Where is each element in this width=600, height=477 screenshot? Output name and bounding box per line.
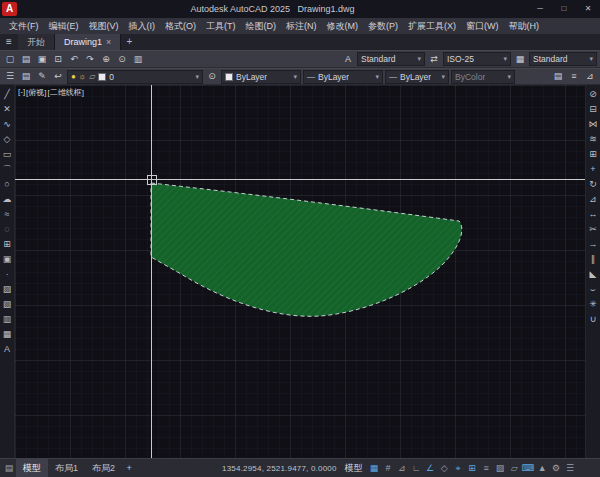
drawing-canvas[interactable]: [-] [俯视] [二维线框] — [15, 85, 585, 458]
gradient-icon[interactable]: ▧ — [1, 298, 13, 310]
menu-item[interactable]: 工具(T) — [201, 18, 241, 34]
selection-cycling-icon[interactable]: ▱ — [508, 461, 521, 475]
layer-freeze-icon[interactable]: ☼ — [79, 72, 86, 82]
layer-edit-icon[interactable]: ✎ — [35, 70, 49, 83]
autocad-logo-icon[interactable]: A — [2, 2, 17, 16]
menu-item[interactable]: 修改(M) — [322, 18, 364, 34]
properties-icon[interactable]: ▥ — [131, 53, 145, 66]
layer-previous-icon[interactable]: ↩ — [51, 70, 65, 83]
join-icon[interactable]: ∪ — [587, 313, 599, 325]
layout2-tab[interactable]: 布局2 — [85, 459, 122, 477]
chamfer-icon[interactable]: ◣ — [587, 268, 599, 280]
polyline-icon[interactable]: ∿ — [1, 118, 13, 130]
snap-icon[interactable]: # — [382, 461, 395, 475]
transparency-icon[interactable]: ▨ — [494, 461, 507, 475]
zoom-icon[interactable]: ⊙ — [115, 53, 129, 66]
menu-item[interactable]: 参数(P) — [363, 18, 403, 34]
point-icon[interactable]: ∙ — [1, 268, 13, 280]
object-snap-tracking-icon[interactable]: ⌖ — [452, 461, 465, 475]
viewport-view-control[interactable]: [俯视] — [26, 87, 46, 98]
rectangle-icon[interactable]: ▭ — [1, 148, 13, 160]
break-icon[interactable]: ∥ — [587, 253, 599, 265]
arc-icon[interactable]: ⌒ — [1, 163, 13, 175]
scale-icon[interactable]: ⊿ — [587, 193, 599, 205]
dynamic-input-icon[interactable]: ⌨ — [522, 461, 535, 475]
text-style-select[interactable]: Standard ▾ — [357, 52, 425, 66]
isodraft-icon[interactable]: ◇ — [438, 461, 451, 475]
menu-item[interactable]: 编辑(E) — [44, 18, 84, 34]
model-tab[interactable]: 模型 — [16, 459, 48, 477]
table-icon[interactable]: ▦ — [1, 328, 13, 340]
array-icon[interactable]: ⊞ — [587, 148, 599, 160]
dim-style-select[interactable]: ISO-25 ▾ — [443, 52, 511, 66]
close-tab-icon[interactable]: × — [106, 37, 111, 47]
table-style-select[interactable]: Standard ▾ — [529, 52, 597, 66]
rotate-icon[interactable]: ↻ — [587, 178, 599, 190]
menu-item[interactable]: 格式(O) — [160, 18, 201, 34]
plot-icon[interactable]: ⊡ — [51, 53, 65, 66]
menu-item[interactable]: 视图(V) — [84, 18, 124, 34]
menu-item[interactable]: 扩展工具(X) — [403, 18, 461, 34]
make-current-layer-icon[interactable]: ⊙ — [205, 70, 219, 83]
workspace-icon[interactable]: ⚙ — [550, 461, 563, 475]
tab-drawing1[interactable]: Drawing1 × — [55, 34, 121, 50]
move-icon[interactable]: + — [587, 163, 599, 175]
grid-icon[interactable]: ▦ — [368, 461, 381, 475]
list-icon[interactable]: ≡ — [567, 70, 581, 83]
menu-item[interactable]: 绘图(D) — [241, 18, 282, 34]
ellipse-icon[interactable]: ◌ — [1, 223, 13, 235]
polar-tracking-icon[interactable]: ∠ — [424, 461, 437, 475]
menu-item[interactable]: 插入(I) — [124, 18, 161, 34]
ortho-icon[interactable]: ∟ — [410, 461, 423, 475]
layer-select[interactable]: ● ☼ ▱ 0 ▾ — [67, 70, 203, 84]
copy-icon[interactable]: ⊟ — [587, 103, 599, 115]
insert-block-icon[interactable]: ⊞ — [1, 238, 13, 250]
region-icon[interactable]: ▥ — [1, 313, 13, 325]
undo-icon[interactable]: ↶ — [67, 53, 81, 66]
mirror-icon[interactable]: ⋈ — [587, 118, 599, 130]
viewport-visual-style-control[interactable]: [二维线框] — [48, 87, 84, 98]
minimize-button[interactable]: ─ — [528, 0, 552, 18]
tab-start[interactable]: 开始 — [18, 34, 55, 50]
hatch-icon[interactable]: ▨ — [1, 283, 13, 295]
hamburger-menu-icon[interactable]: ≡ — [0, 34, 18, 50]
layer-on-icon[interactable]: ● — [71, 72, 76, 82]
menu-item[interactable]: 帮助(H) — [504, 18, 545, 34]
new-drawing-tab-button[interactable]: + — [121, 34, 137, 50]
layout1-tab[interactable]: 布局1 — [48, 459, 85, 477]
lineweight-icon[interactable]: ≡ — [480, 461, 493, 475]
polygon-icon[interactable]: ◇ — [1, 133, 13, 145]
trim-icon[interactable]: ✂ — [587, 223, 599, 235]
customize-icon[interactable]: ☰ — [564, 461, 577, 475]
measure-icon[interactable]: ⊿ — [583, 70, 597, 83]
menu-item[interactable]: 窗口(W) — [461, 18, 504, 34]
annotation-scale-icon[interactable]: ▲ — [536, 461, 549, 475]
selected-hatch-shape[interactable] — [151, 183, 462, 316]
linetype-select[interactable]: — ByLayer ▾ — [303, 70, 383, 84]
redo-icon[interactable]: ↷ — [83, 53, 97, 66]
construction-line-icon[interactable]: ✕ — [1, 103, 13, 115]
create-block-icon[interactable]: ▣ — [1, 253, 13, 265]
save-icon[interactable]: ▣ — [35, 53, 49, 66]
infer-constraints-icon[interactable]: ⊿ — [396, 461, 409, 475]
layer-plot-icon[interactable]: ▱ — [89, 72, 95, 82]
spline-icon[interactable]: ≈ — [1, 208, 13, 220]
menu-item[interactable]: 标注(N) — [281, 18, 322, 34]
erase-icon[interactable]: ⊘ — [587, 88, 599, 100]
properties-palette-icon[interactable]: ▤ — [551, 70, 565, 83]
model-space-button[interactable]: 模型 — [345, 462, 363, 475]
stretch-icon[interactable]: ↔ — [587, 208, 599, 220]
explode-icon[interactable]: ✳ — [587, 298, 599, 310]
open-file-icon[interactable]: ▤ — [19, 53, 33, 66]
offset-icon[interactable]: ≋ — [587, 133, 599, 145]
new-layout-button[interactable]: + — [122, 463, 136, 473]
viewport-controls[interactable]: [-] — [18, 87, 25, 98]
revision-cloud-icon[interactable]: ☁ — [1, 193, 13, 205]
fillet-icon[interactable]: ⌣ — [587, 283, 599, 295]
extend-icon[interactable]: → — [587, 238, 599, 250]
layer-states-icon[interactable]: ▤ — [19, 70, 33, 83]
text-icon[interactable]: A — [1, 343, 13, 355]
new-file-icon[interactable]: ▢ — [3, 53, 17, 66]
menu-item[interactable]: 文件(F) — [4, 18, 44, 34]
line-icon[interactable]: ╱ — [1, 88, 13, 100]
